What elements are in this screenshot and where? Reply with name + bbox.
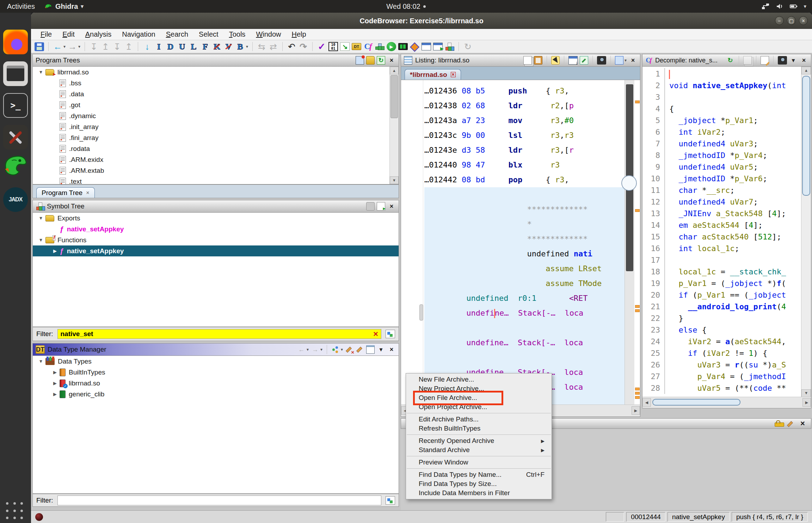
- expander-icon[interactable]: ▼: [36, 215, 45, 221]
- tree-item[interactable]: .text: [33, 176, 399, 184]
- listing-tab[interactable]: *librrnad.so ×: [405, 69, 461, 80]
- copy-icon[interactable]: [523, 56, 532, 65]
- decompile-line[interactable]: 25 if (iVar2 != 1) {: [642, 347, 811, 359]
- listing-header[interactable]: Listing: librrnad.so ▾×: [401, 54, 640, 67]
- jadx-icon[interactable]: JADX: [3, 187, 28, 212]
- listing-line[interactable]: assume TMode: [424, 276, 625, 291]
- expander-icon[interactable]: ▶: [50, 391, 60, 397]
- listing-line[interactable]: undefined r0:1 <RET: [424, 291, 625, 306]
- edit-icon[interactable]: [761, 56, 769, 65]
- listing-line[interactable]: …012442 08 bd pop { r3,: [424, 172, 625, 187]
- snapshot-icon[interactable]: [597, 56, 606, 65]
- diff-right-icon[interactable]: ⇄: [269, 42, 278, 51]
- save-icon[interactable]: [35, 42, 44, 51]
- letter-f-icon[interactable]: F: [201, 42, 210, 51]
- volume-icon[interactable]: [775, 3, 784, 10]
- close-icon[interactable]: ×: [800, 56, 808, 65]
- close-icon[interactable]: ×: [798, 419, 807, 428]
- decompile-line[interactable]: 16 int local_1c;: [642, 243, 811, 254]
- preview-window-icon[interactable]: [366, 345, 375, 354]
- menu-item-find-data-types-by-name[interactable]: Find Data Types by Name...Ctrl+F: [406, 470, 552, 479]
- listing-line[interactable]: undefined nati: [424, 247, 625, 261]
- decompile-line[interactable]: 2void native_setAppkey(int: [642, 80, 811, 91]
- expander-icon[interactable]: ▶: [50, 248, 60, 254]
- go-down-icon[interactable]: ↓: [142, 42, 152, 51]
- letter-u-icon[interactable]: U: [177, 42, 187, 51]
- program-tree-tab[interactable]: Program Tree ×: [36, 187, 95, 198]
- letter-d-icon[interactable]: D: [166, 42, 175, 51]
- data-table-icon[interactable]: [422, 43, 431, 50]
- undo-icon[interactable]: ↶: [287, 42, 296, 51]
- refresh-disabled-icon[interactable]: ↻: [463, 42, 473, 51]
- tree-item[interactable]: .rodata: [33, 143, 399, 154]
- listing-line[interactable]: …012436 08 b5 push { r3,: [424, 84, 625, 98]
- open-tree-window-icon[interactable]: [356, 56, 364, 65]
- decompile-line[interactable]: 15 char acStack540 [512];: [642, 231, 811, 243]
- decompile-line[interactable]: 28 uVar5 = (**(code **: [642, 382, 811, 394]
- decompile-line[interactable]: 17: [642, 254, 811, 266]
- nav-back-icon-dropdown[interactable]: ▾: [307, 347, 309, 352]
- menu-tools[interactable]: Tools: [224, 30, 250, 38]
- decompile-line[interactable]: 13 _JNIEnv a_Stack548 [4];: [642, 208, 811, 219]
- decompile-line[interactable]: 8 _jmethodID *p_Var4;: [642, 150, 811, 161]
- tree-item[interactable]: ▼Functions: [33, 235, 399, 245]
- byte-view-icon[interactable]: [615, 56, 623, 65]
- margin-handle[interactable]: [419, 304, 423, 321]
- nav-block-down-icon[interactable]: ↧: [112, 42, 122, 51]
- menu-select[interactable]: Select: [194, 30, 223, 38]
- expander-icon[interactable]: ▼: [36, 69, 45, 75]
- letter-b-icon[interactable]: B: [235, 42, 245, 51]
- decompile-line[interactable]: 27 p_Var4 = (_jmethodI: [642, 371, 811, 382]
- symbol-refs-icon[interactable]: [445, 42, 454, 51]
- nav-block-up-icon[interactable]: ↥: [124, 42, 134, 51]
- decompile-line[interactable]: 12 undefined4 uVar7;: [642, 196, 811, 208]
- expander-icon[interactable]: ▼: [36, 359, 45, 364]
- nav-mem-down-icon[interactable]: ↧: [89, 42, 99, 51]
- menu-item-preview-window[interactable]: Preview Window: [406, 458, 552, 467]
- edit-icon[interactable]: [786, 420, 796, 427]
- back-icon-dropdown[interactable]: ▾: [63, 44, 66, 49]
- listing-line[interactable]: …01243c 9b 00 lsl r3,r3: [424, 128, 625, 143]
- redo-icon[interactable]: ↷: [299, 42, 308, 51]
- modify-view-icon[interactable]: [377, 56, 385, 65]
- decompile-line[interactable]: 26 uVar3 = r((su *)a_S: [642, 359, 811, 371]
- data-type-manager-icon[interactable]: DT: [352, 43, 361, 50]
- tree-item[interactable]: ▼Exports: [33, 213, 399, 224]
- dtm-header[interactable]: DT Data Type Manager ←▾→▾▾▾×: [33, 343, 399, 356]
- bookmark-nav-icon[interactable]: ↘: [340, 42, 350, 51]
- tree-item[interactable]: native_setAppkey: [33, 224, 399, 235]
- decompile-header[interactable]: C Decompile: native_s... ↻▾×: [642, 54, 811, 67]
- new-tree-icon[interactable]: [366, 56, 375, 65]
- menu-search[interactable]: Search: [161, 30, 193, 38]
- decompile-line[interactable]: 1: [642, 68, 811, 80]
- tree-item[interactable]: ▼Data Types: [33, 356, 399, 367]
- menu-item-standard-archive[interactable]: Standard Archive▶: [406, 445, 552, 455]
- decompile-line[interactable]: 22 }: [642, 312, 811, 324]
- menu-item-edit-archive-paths[interactable]: Edit Archive Paths...: [406, 415, 552, 424]
- filter-pointers-icon[interactable]: [345, 345, 353, 354]
- letter-l-icon[interactable]: L: [189, 42, 198, 51]
- network-icon[interactable]: [761, 3, 770, 10]
- listing-line[interactable]: *************: [424, 202, 625, 217]
- decompile-line[interactable]: 24 iVar2 = a(aeStack544,: [642, 336, 811, 347]
- back-icon[interactable]: ←: [53, 42, 62, 51]
- tree-item[interactable]: ▶librrnad.so: [33, 378, 399, 389]
- listing-line[interactable]: …012438 02 68 ldr r2,[p: [424, 98, 625, 113]
- decompile-line[interactable]: 23 else {: [642, 324, 811, 336]
- decompile-view[interactable]: 12void native_setAppkey(int34{5 _jobject…: [642, 67, 811, 397]
- decompile-line[interactable]: 11 char *__src;: [642, 184, 811, 196]
- conflict-mode-icon-dropdown[interactable]: ▾: [341, 347, 343, 352]
- validate-icon[interactable]: ✓: [317, 42, 326, 51]
- byte-viewer-icon[interactable]: 10 01: [328, 42, 338, 51]
- clear-filter-icon[interactable]: ×: [373, 329, 378, 339]
- edit-fields-icon[interactable]: [580, 56, 588, 65]
- forward-icon[interactable]: →: [68, 42, 77, 51]
- letter-b-icon-dropdown[interactable]: ▾: [246, 44, 248, 49]
- listing-scrollbar[interactable]: [625, 80, 634, 405]
- snapshot-icon[interactable]: [778, 56, 787, 65]
- scroll-up-icon[interactable]: ▲: [390, 67, 399, 74]
- tree-item[interactable]: ▼librrnad.so: [33, 67, 399, 78]
- show-applications-button[interactable]: [6, 502, 25, 521]
- app-menu-button[interactable]: Ghidra ▾: [44, 2, 84, 11]
- scroll-lens[interactable]: [621, 175, 637, 191]
